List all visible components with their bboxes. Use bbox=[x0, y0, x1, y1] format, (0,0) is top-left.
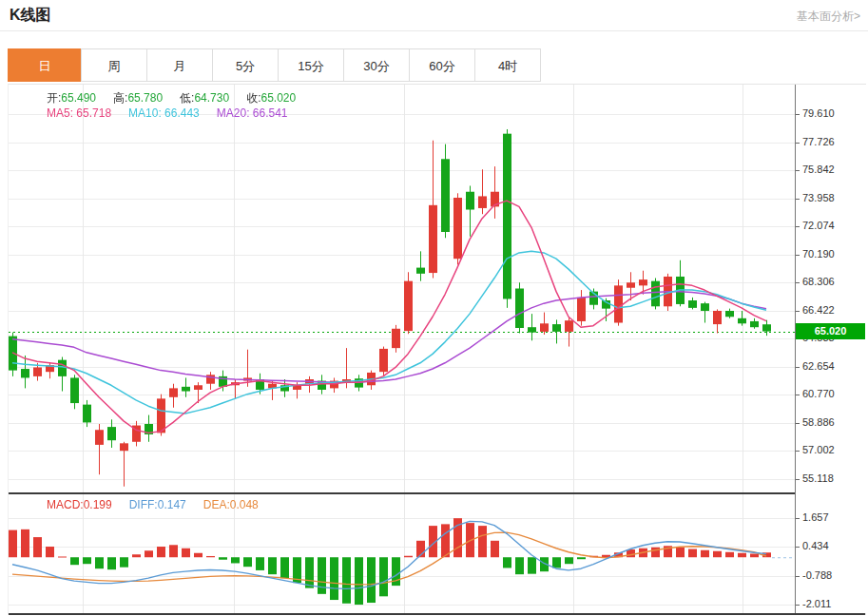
axis-label-55.118: 55.118 bbox=[802, 472, 834, 484]
tab-周[interactable]: 周 bbox=[81, 48, 147, 82]
tab-60分[interactable]: 60分 bbox=[409, 48, 475, 82]
ma10-readout: MA10: 66.443 bbox=[128, 106, 200, 120]
tick-mark-66.422 bbox=[796, 311, 800, 312]
tick-mark-72.074 bbox=[796, 226, 800, 227]
tab-30分[interactable]: 30分 bbox=[343, 48, 410, 82]
close-readout: 收:65.020 bbox=[246, 90, 296, 106]
dea-readout: DEA:0.048 bbox=[203, 498, 259, 511]
axis-label-75.842: 75.842 bbox=[802, 164, 835, 175]
axis-label-70.190: 70.190 bbox=[802, 248, 835, 260]
macd-readout: MACD:0.199 bbox=[47, 498, 112, 511]
tab-月[interactable]: 月 bbox=[146, 48, 213, 82]
page-title: K线图 bbox=[10, 6, 51, 26]
macd-chart-canvas[interactable] bbox=[9, 494, 795, 613]
interval-tab-bar: 日周月5分15分30分60分4时 bbox=[8, 48, 541, 82]
axis-label-60.770: 60.770 bbox=[802, 388, 835, 399]
ma5-readout: MA5: 65.718 bbox=[47, 106, 111, 120]
ma20-readout: MA20: 66.541 bbox=[217, 106, 288, 120]
ma-row: MA5: 65.718 MA10: 66.443 MA20: 66.541 bbox=[47, 106, 305, 120]
bottom-border bbox=[9, 613, 865, 615]
axis-label-62.654: 62.654 bbox=[802, 360, 835, 372]
axis-label-77.726: 77.726 bbox=[802, 136, 835, 147]
tick-mark-57.002 bbox=[796, 451, 800, 452]
axis-label-66.422: 66.422 bbox=[802, 304, 835, 316]
chart-module: 开:65.490 高:65.780 低:64.730 收:65.020 MA5:… bbox=[8, 84, 866, 615]
tick-mark-70.190 bbox=[796, 255, 800, 256]
tick-mark-73.958 bbox=[796, 199, 800, 200]
tick-mark-62.654 bbox=[796, 367, 800, 368]
axis-label-macd--2.011: -2.011 bbox=[802, 598, 831, 609]
kline-page: K线图 基本面分析> 日周月5分15分30分60分4时 开:65.490 高:6… bbox=[0, 0, 868, 616]
axis-label-72.074: 72.074 bbox=[802, 220, 835, 231]
ohlc-row: 开:65.490 高:65.780 低:64.730 收:65.020 bbox=[47, 90, 313, 106]
axis-label-73.958: 73.958 bbox=[802, 192, 835, 203]
current-price-badge: 65.020 bbox=[796, 323, 865, 339]
axis-label-57.002: 57.002 bbox=[802, 444, 835, 455]
tick-mark-68.306 bbox=[796, 282, 800, 283]
kline-chart-canvas[interactable] bbox=[9, 85, 795, 492]
diff-readout: DIFF:0.147 bbox=[129, 498, 186, 511]
tab-日[interactable]: 日 bbox=[8, 48, 82, 82]
tab-5分[interactable]: 5分 bbox=[212, 48, 279, 82]
axis-label-macd-1.657: 1.657 bbox=[802, 511, 829, 523]
tick-mark-macd--0.788 bbox=[796, 576, 800, 577]
tab-15分[interactable]: 15分 bbox=[278, 48, 344, 82]
axis-label-79.610: 79.610 bbox=[802, 107, 835, 119]
tick-mark-macd-0.434 bbox=[796, 547, 800, 548]
low-readout: 低:64.730 bbox=[180, 90, 229, 106]
tick-mark-77.726 bbox=[796, 143, 800, 144]
tick-mark-55.118 bbox=[796, 479, 800, 480]
open-readout: 开:65.490 bbox=[47, 90, 96, 106]
axis-label-58.886: 58.886 bbox=[802, 416, 835, 428]
tab-4时[interactable]: 4时 bbox=[474, 48, 541, 82]
page-header: K线图 基本面分析> bbox=[0, 0, 868, 31]
tick-mark-75.842 bbox=[796, 170, 800, 171]
tick-mark-macd--2.011 bbox=[796, 605, 800, 606]
price-axis: 79.61077.72675.84273.95872.07470.19068.3… bbox=[795, 85, 866, 613]
axis-label-68.306: 68.306 bbox=[802, 276, 835, 287]
tick-mark-60.770 bbox=[796, 395, 800, 395]
axis-label-macd-0.434: 0.434 bbox=[802, 540, 829, 551]
high-readout: 高:65.780 bbox=[113, 90, 163, 106]
tick-mark-58.886 bbox=[796, 423, 800, 424]
fundamental-analysis-link[interactable]: 基本面分析> bbox=[797, 9, 860, 25]
tick-mark-macd-1.657 bbox=[796, 518, 800, 519]
tick-mark-79.610 bbox=[796, 114, 800, 115]
macd-row: MACD:0.199 DIFF:0.147 DEA:0.048 bbox=[47, 498, 276, 511]
axis-label-macd--0.788: -0.788 bbox=[802, 569, 832, 581]
